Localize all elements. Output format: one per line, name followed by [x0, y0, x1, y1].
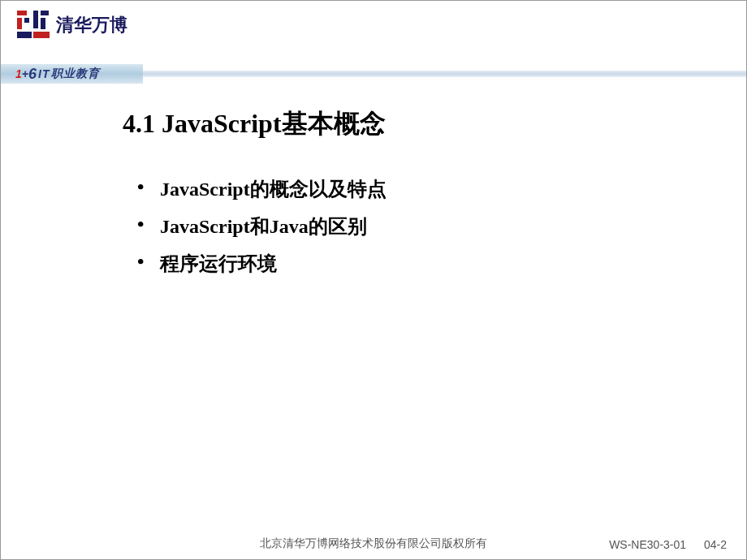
bullet-item: JavaScript和Java的区别	[137, 213, 697, 239]
svg-rect-4	[33, 11, 38, 28]
subtitle-cn: 职业教育	[51, 67, 100, 81]
subtitle-one: 1	[15, 67, 22, 80]
subtitle-bar: 1+6IT职业教育	[1, 64, 746, 84]
footer-code: WS-NE30-3-01	[609, 538, 686, 551]
bullet-list: JavaScript的概念以及特点 JavaScript和Java的区别 程序运…	[123, 176, 697, 277]
footer-page: 04-2	[704, 538, 727, 551]
bullet-item: JavaScript的概念以及特点	[137, 176, 697, 202]
logo: 清华万博	[17, 11, 127, 40]
subtitle-six: 6	[28, 66, 37, 83]
slide-title: 4.1 JavaScript基本概念	[123, 106, 697, 142]
header: 清华万博 1+6IT职业教育	[1, 1, 746, 82]
subtitle-divider	[143, 71, 746, 77]
subtitle-plus: +	[22, 67, 28, 80]
svg-rect-0	[17, 11, 27, 15]
subtitle-left: 1+6IT职业教育	[1, 64, 143, 84]
subtitle-it: IT	[38, 67, 50, 80]
bullet-item: 程序运行环境	[137, 251, 697, 277]
logo-icon	[17, 11, 50, 40]
svg-rect-1	[17, 18, 22, 29]
svg-rect-2	[24, 18, 29, 23]
svg-rect-5	[41, 11, 49, 15]
content: 4.1 JavaScript基本概念 JavaScript的概念以及特点 Jav…	[1, 82, 746, 277]
svg-rect-7	[33, 32, 50, 38]
logo-text: 清华万博	[56, 13, 127, 37]
svg-rect-3	[17, 32, 32, 38]
footer-right: WS-NE30-3-01 04-2	[609, 538, 727, 551]
svg-rect-6	[41, 18, 45, 29]
slide: 清华万博 1+6IT职业教育 4.1 JavaScript基本概念 JavaSc…	[0, 0, 747, 560]
